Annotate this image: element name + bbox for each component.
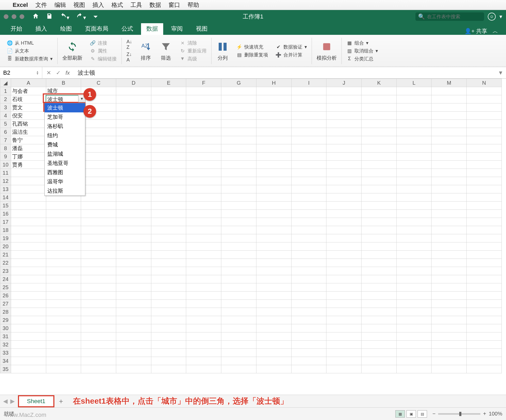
- cell-N18[interactable]: [467, 226, 502, 234]
- column-header-M[interactable]: M: [432, 79, 467, 87]
- cell-C6[interactable]: [81, 128, 116, 136]
- cell-M7[interactable]: [432, 136, 467, 144]
- cell-B20[interactable]: [46, 242, 81, 251]
- cell-A5[interactable]: 孔西铭: [11, 120, 46, 128]
- sheet-search[interactable]: 🔍: [415, 12, 484, 21]
- cell-M8[interactable]: [432, 144, 467, 152]
- cell-M4[interactable]: [432, 112, 467, 120]
- cell-M1[interactable]: [432, 87, 467, 95]
- cell-H29[interactable]: [256, 316, 291, 324]
- cell-D15[interactable]: [116, 202, 151, 210]
- cell-D10[interactable]: [116, 161, 151, 169]
- cell-D30[interactable]: [116, 324, 151, 332]
- cell-K17[interactable]: [362, 218, 397, 226]
- cell-M5[interactable]: [432, 120, 467, 128]
- cell-E35[interactable]: [151, 365, 186, 373]
- cell-C11[interactable]: [81, 169, 116, 177]
- cell-G15[interactable]: [221, 202, 256, 210]
- cell-M35[interactable]: [432, 365, 467, 373]
- cell-I2[interactable]: [291, 95, 326, 103]
- cell-C16[interactable]: [81, 210, 116, 218]
- cell-M17[interactable]: [432, 218, 467, 226]
- cell-M31[interactable]: [432, 332, 467, 341]
- cell-G1[interactable]: [221, 87, 256, 95]
- cell-K16[interactable]: [362, 210, 397, 218]
- cell-L28[interactable]: [396, 308, 432, 316]
- cell-J33[interactable]: [326, 349, 362, 357]
- menu-window[interactable]: 窗口: [168, 1, 180, 9]
- cell-G30[interactable]: [221, 324, 256, 332]
- cell-I6[interactable]: [291, 128, 326, 136]
- cell-D33[interactable]: [116, 349, 151, 357]
- cell-J35[interactable]: [326, 365, 362, 373]
- cell-A15[interactable]: [11, 202, 46, 210]
- zoom-level[interactable]: 100%: [489, 411, 502, 417]
- row-header-24[interactable]: 24: [0, 275, 11, 283]
- cell-D8[interactable]: [116, 144, 151, 152]
- row-header-33[interactable]: 33: [0, 349, 11, 357]
- row-header-31[interactable]: 31: [0, 332, 11, 341]
- cell-K30[interactable]: [362, 324, 397, 332]
- cell-H1[interactable]: [256, 87, 291, 95]
- cell-H28[interactable]: [256, 308, 291, 316]
- cell-L7[interactable]: [396, 136, 432, 144]
- cell-E16[interactable]: [151, 210, 186, 218]
- cell-D24[interactable]: [116, 275, 151, 283]
- cell-C17[interactable]: [81, 218, 116, 226]
- cell-B35[interactable]: [46, 365, 81, 373]
- cell-G29[interactable]: [221, 316, 256, 324]
- cell-H23[interactable]: [256, 267, 291, 275]
- cell-A17[interactable]: [11, 218, 46, 226]
- cell-G18[interactable]: [221, 226, 256, 234]
- cell-G16[interactable]: [221, 210, 256, 218]
- zoom-out-button[interactable]: −: [432, 411, 435, 417]
- cell-H16[interactable]: [256, 210, 291, 218]
- cell-L27[interactable]: [396, 300, 432, 308]
- cell-J7[interactable]: [326, 136, 362, 144]
- cell-L14[interactable]: [396, 193, 432, 202]
- cell-E5[interactable]: [151, 120, 186, 128]
- cell-A24[interactable]: [11, 275, 46, 283]
- cell-J6[interactable]: [326, 128, 362, 136]
- cell-A19[interactable]: [11, 234, 46, 242]
- cell-E30[interactable]: [151, 324, 186, 332]
- cell-J31[interactable]: [326, 332, 362, 341]
- cell-D34[interactable]: [116, 357, 151, 365]
- cell-E8[interactable]: [151, 144, 186, 152]
- cell-K19[interactable]: [362, 234, 397, 242]
- cell-L19[interactable]: [396, 234, 432, 242]
- column-header-B[interactable]: B: [46, 79, 81, 87]
- column-header-N[interactable]: N: [467, 79, 502, 87]
- cell-L9[interactable]: [396, 152, 432, 161]
- dropdown-item-9[interactable]: 达拉斯: [45, 186, 85, 195]
- cell-D17[interactable]: [116, 218, 151, 226]
- cell-H3[interactable]: [256, 103, 291, 112]
- cell-E24[interactable]: [151, 275, 186, 283]
- cell-F15[interactable]: [186, 202, 221, 210]
- cell-H14[interactable]: [256, 193, 291, 202]
- cell-L34[interactable]: [396, 357, 432, 365]
- cell-A26[interactable]: [11, 292, 46, 300]
- cell-I20[interactable]: [291, 242, 326, 251]
- cell-F21[interactable]: [186, 251, 221, 259]
- cell-E27[interactable]: [151, 300, 186, 308]
- cell-M25[interactable]: [432, 283, 467, 292]
- cell-C31[interactable]: [81, 332, 116, 341]
- refresh-all-label[interactable]: 全部刷新: [62, 55, 82, 61]
- cell-G13[interactable]: [221, 185, 256, 193]
- cell-H4[interactable]: [256, 112, 291, 120]
- cell-J32[interactable]: [326, 341, 362, 349]
- whatif-icon[interactable]: [320, 40, 333, 53]
- cell-L30[interactable]: [396, 324, 432, 332]
- cell-A34[interactable]: [11, 357, 46, 365]
- zoom-in-button[interactable]: +: [483, 411, 486, 417]
- cell-N25[interactable]: [467, 283, 502, 292]
- cell-A2[interactable]: 石歧: [11, 95, 46, 103]
- menu-edit[interactable]: 编辑: [54, 1, 66, 9]
- cell-F17[interactable]: [186, 218, 221, 226]
- cell-H35[interactable]: [256, 365, 291, 373]
- cell-A4[interactable]: 倪安: [11, 112, 46, 120]
- cell-K25[interactable]: [362, 283, 397, 292]
- cell-C28[interactable]: [81, 308, 116, 316]
- column-header-E[interactable]: E: [151, 79, 186, 87]
